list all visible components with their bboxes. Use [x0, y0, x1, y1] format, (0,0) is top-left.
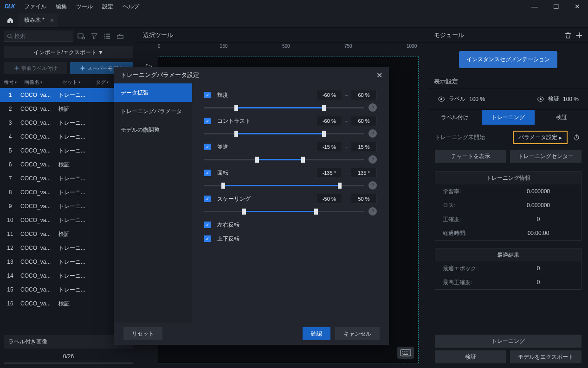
show-chart-button[interactable]: チャートを表示 — [435, 150, 506, 163]
checkbox[interactable]: ✓ — [204, 196, 211, 202]
sidebar-item-finetune[interactable]: モデルの微調整 — [114, 121, 192, 139]
trash-icon[interactable] — [565, 32, 571, 38]
tab-labeling[interactable]: ラベル付け — [428, 110, 482, 125]
training-param-modal: トレーニングパラメータ設定 ✕ データ拡張 トレーニングパラメータ モデルの微調… — [114, 67, 389, 345]
row-number: 6 — [0, 161, 20, 168]
param-low-input[interactable]: -60 % — [316, 116, 342, 126]
confirm-button[interactable]: 確認 — [303, 327, 330, 340]
import-export-button[interactable]: インポート/エクスポート ▼ — [4, 46, 133, 58]
slider-handle-low[interactable] — [234, 105, 238, 111]
checkbox[interactable]: ✓ — [204, 92, 211, 98]
param-high-input[interactable]: 50 % — [351, 194, 377, 204]
expand-icon[interactable] — [115, 31, 125, 41]
checkbox[interactable]: ✓ — [204, 235, 211, 242]
minimize-button[interactable]: ― — [524, 0, 545, 13]
keyboard-icon[interactable] — [397, 347, 414, 359]
col-set[interactable]: セット ▾ — [58, 79, 92, 86]
param-low-input[interactable]: -15 % — [316, 142, 342, 152]
param-settings-button[interactable]: パラメータ設定▸ — [513, 131, 568, 144]
row-number: 4 — [0, 133, 20, 140]
param-label: 並進 — [217, 143, 316, 151]
tab-close-icon[interactable]: × — [50, 17, 54, 24]
menu-edit[interactable]: 編集 — [56, 3, 67, 11]
module-chip[interactable]: インスタンスセグメンテーション — [459, 51, 557, 68]
training-status: トレーニング未開始 — [435, 133, 485, 141]
param-high-input[interactable]: 15 % — [351, 142, 377, 152]
menu-file[interactable]: ファイル — [24, 3, 46, 11]
svg-rect-5 — [106, 34, 110, 35]
home-icon[interactable] — [5, 15, 16, 26]
row-image-name: COCO_va... — [20, 133, 58, 140]
reset-button[interactable]: リセット — [123, 327, 162, 340]
validate-button[interactable]: 検証 — [435, 350, 506, 363]
eye-icon[interactable] — [438, 96, 445, 102]
col-tag[interactable]: タグ ▾ — [92, 79, 112, 86]
range-slider[interactable] — [204, 207, 364, 216]
help-icon[interactable]: ? — [368, 129, 377, 138]
checkbox[interactable]: ✓ — [204, 118, 211, 124]
image-filter-icon[interactable] — [76, 31, 86, 41]
slider-handle-high[interactable] — [338, 183, 342, 189]
history-icon[interactable] — [571, 133, 582, 143]
param-low-input[interactable]: -60 % — [316, 90, 342, 100]
right-panel: モジュール インスタンスセグメンテーション 表示設定 ラベル 100 % 検証 … — [428, 28, 588, 368]
menu-tool[interactable]: ツール — [76, 3, 93, 11]
param-high-input[interactable]: 60 % — [351, 90, 377, 100]
range-slider[interactable] — [204, 155, 364, 164]
slider-handle-low[interactable] — [242, 209, 246, 215]
help-icon[interactable]: ? — [368, 181, 377, 190]
col-image-name[interactable]: 画像名 ▾ — [20, 79, 58, 86]
modal-close-icon[interactable]: ✕ — [376, 71, 382, 80]
help-icon[interactable]: ? — [368, 207, 377, 216]
menu-help[interactable]: ヘルプ — [123, 3, 139, 11]
svg-rect-4 — [104, 34, 105, 35]
tool-title: 選択ツール — [137, 28, 428, 43]
range-slider[interactable] — [204, 129, 364, 138]
window-controls: ― ☐ ✕ — [524, 0, 588, 13]
list-view-icon[interactable] — [102, 31, 112, 41]
eye-icon[interactable] — [537, 96, 544, 102]
param-low-input[interactable]: -50 % — [316, 194, 342, 204]
pre-label-button[interactable]: 事前ラベル付け — [4, 62, 67, 74]
slider-handle-low[interactable] — [255, 157, 259, 163]
sidebar-item-augmentation[interactable]: データ拡張 — [114, 83, 192, 102]
sidebar-item-training-params[interactable]: トレーニングパラメータ — [114, 102, 192, 121]
help-icon[interactable]: ? — [368, 155, 377, 164]
range-slider[interactable] — [204, 103, 364, 112]
tab-training[interactable]: トレーニング — [482, 110, 535, 125]
maximize-button[interactable]: ☐ — [545, 0, 567, 13]
label-toggle-pct: 100 % — [469, 96, 485, 102]
slider-handle-low[interactable] — [221, 183, 225, 189]
project-tab[interactable]: 積み木 * × — [19, 13, 58, 27]
param-low-input[interactable]: -135 ° — [316, 168, 342, 178]
best-result-box: 最適結果 最適エポック:0 最高正確度:0 — [435, 248, 582, 290]
slider-handle-high[interactable] — [301, 157, 305, 163]
row-number: 15 — [0, 286, 20, 293]
export-model-button[interactable]: モデルをエクスポート — [510, 350, 582, 363]
modal-footer: リセット 確認 キャンセル — [114, 323, 389, 345]
close-button[interactable]: ✕ — [567, 0, 588, 13]
checkbox[interactable]: ✓ — [204, 222, 211, 228]
col-number[interactable]: 番号 ▾ — [0, 79, 20, 86]
tab-validation[interactable]: 検証 — [535, 110, 588, 125]
search-input[interactable]: 検索 — [4, 31, 73, 42]
slider-handle-high[interactable] — [314, 209, 318, 215]
param-high-input[interactable]: 60 % — [351, 116, 377, 126]
cancel-button[interactable]: キャンセル — [335, 327, 380, 340]
valid-toggle-pct: 100 % — [563, 96, 579, 102]
checkbox[interactable]: ✓ — [204, 170, 211, 176]
training-info-title: トレーニング情報 — [435, 171, 581, 184]
train-button[interactable]: トレーニング — [435, 335, 582, 348]
menu-settings[interactable]: 設定 — [102, 3, 113, 11]
checkbox[interactable]: ✓ — [204, 144, 211, 150]
slider-handle-high[interactable] — [322, 105, 326, 111]
param-high-input[interactable]: 135 ° — [351, 168, 377, 178]
slider-handle-high[interactable] — [322, 131, 326, 137]
range-slider[interactable] — [204, 181, 364, 190]
funnel-icon[interactable] — [89, 31, 99, 41]
training-center-button[interactable]: トレーニングセンター — [510, 150, 582, 163]
slider-handle-low[interactable] — [234, 131, 238, 137]
add-icon[interactable] — [576, 32, 582, 38]
help-icon[interactable]: ? — [368, 103, 377, 112]
row-set: トレーニ... — [58, 216, 92, 224]
